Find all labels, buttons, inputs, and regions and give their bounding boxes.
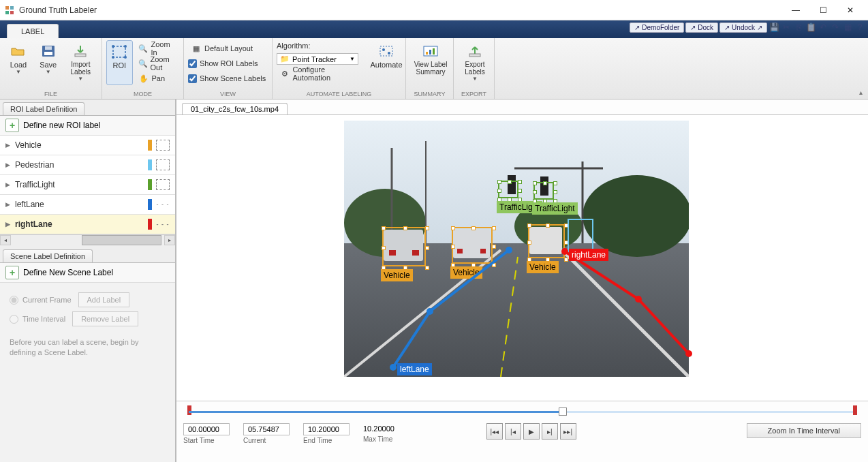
close-button[interactable]: ✕ [837, 1, 864, 20]
zoom-out-button[interactable]: 🔍Zoom Out [136, 57, 179, 70]
label-name: rightLane [15, 219, 144, 229]
time-interval-radio[interactable]: Time Interval [10, 315, 65, 324]
roi-panel-tab[interactable]: ROI Label Definition [3, 102, 84, 115]
scene-panel-tab[interactable]: Scene Label Definition [3, 249, 93, 262]
zoom-interval-button[interactable]: Zoom In Time Interval [747, 423, 861, 438]
label-name: TrafficLight [15, 180, 144, 189]
roi-label-trafficlight[interactable]: ▶TrafficLight [0, 175, 175, 195]
lane-label-text: leftLane [397, 363, 432, 375]
viewport[interactable]: VehicleVehicleVehicleTrafficLightTraffic… [176, 114, 868, 401]
bbox-vehicle[interactable]: Vehicle [382, 227, 426, 266]
ribbon-toolbar: Load▼ Save▼ Import Labels▼ FILE ROI 🔍Zoo… [0, 38, 868, 99]
show-roi-labels-checkbox[interactable]: Show ROI Labels [188, 57, 268, 70]
roi-mode-button[interactable]: ROI [106, 40, 133, 85]
svg-rect-2 [5, 11, 9, 14]
start-time-input[interactable]: 00.00000 [183, 423, 230, 435]
roi-label-list: ▶Vehicle▶Pedestrian▶TrafficLight▶leftLan… [0, 136, 175, 234]
group-label-summary: SUMMARY [406, 91, 453, 97]
go-start-button[interactable]: |◂◂ [486, 423, 503, 440]
lane-rightlane[interactable] [344, 121, 548, 223]
svg-point-11 [112, 56, 114, 59]
roi-label-pedestrian[interactable]: ▶Pedestrian [0, 155, 175, 175]
end-marker[interactable] [853, 405, 857, 415]
expand-icon[interactable]: ▶ [5, 161, 11, 168]
view-summary-button[interactable]: View Label Summary [410, 40, 451, 76]
go-end-button[interactable]: ▸▸| [560, 423, 576, 440]
zoom-in-button[interactable]: 🔍Zoom In [136, 42, 179, 55]
roi-label-vehicle[interactable]: ▶Vehicle [0, 136, 175, 155]
scroll-right-icon[interactable]: ▸ [164, 235, 175, 245]
bbox-vehicle[interactable]: Vehicle [452, 227, 493, 264]
undo-icon[interactable]: ↶ [818, 22, 828, 33]
current-time-input[interactable]: 05.75487 [243, 423, 290, 435]
folder-icon: 📁 [280, 55, 290, 63]
expand-icon[interactable]: ▶ [5, 142, 11, 149]
maximize-button[interactable]: ☐ [809, 1, 837, 20]
add-scene-label-button[interactable]: + [5, 266, 19, 279]
scene-note: Before you can label a scene, begin by d… [0, 332, 175, 364]
play-controls: |◂◂ |◂ ▶ ▸| ▸▸| [486, 423, 576, 440]
file-tab[interactable]: 01_city_c2s_fcw_10s.mp4 [182, 103, 288, 114]
paste-icon[interactable]: 📋 [805, 22, 816, 33]
tab-label[interactable]: LABEL [7, 24, 59, 38]
define-scene-row[interactable]: + Define New Scene Label [0, 263, 175, 283]
demo-folder-button[interactable]: ↗DemoFolder [630, 22, 684, 33]
import-labels-button[interactable]: Import Labels▼ [64, 40, 97, 82]
roi-label-leftlane[interactable]: ▶leftLane- - - [0, 195, 175, 215]
ribbon-collapse-icon[interactable]: ▴ [859, 89, 863, 96]
time-slider[interactable] [183, 404, 861, 419]
play-button[interactable]: ▶ [523, 423, 540, 440]
automate-button[interactable]: Automate [371, 40, 401, 80]
start-marker[interactable] [187, 405, 191, 415]
quick-access: ↗DemoFolder ↗Dock ↗Undock↗ 💾 ✂ ⎘ 📋 ↶ ↷ ▦… [630, 22, 865, 33]
group-label-mode: MODE [102, 91, 183, 97]
define-roi-row[interactable]: + Define new ROI label [0, 116, 175, 136]
copy-icon[interactable]: ⎘ [793, 22, 804, 33]
step-forward-button[interactable]: ▸| [542, 423, 558, 440]
svg-point-44 [685, 350, 692, 357]
layout-icon[interactable]: ▦ [842, 22, 853, 33]
svg-point-14 [382, 48, 385, 51]
export-labels-button[interactable]: Export Labels▼ [458, 40, 492, 82]
timeline: 00.00000Start Time 05.75487Current 10.20… [176, 401, 868, 462]
configure-automation-button[interactable]: ⚙Configure Automation [277, 67, 365, 80]
save-button[interactable]: Save▼ [34, 40, 63, 82]
svg-rect-5 [44, 52, 52, 55]
bbox-vehicle[interactable]: Vehicle [528, 224, 565, 258]
default-layout-button[interactable]: ▦Default Layout [188, 42, 268, 55]
dock-button[interactable]: ↗Dock [685, 22, 718, 33]
cut-icon[interactable]: ✂ [781, 22, 792, 33]
roi-label-rightlane[interactable]: ▶rightLane- - - [0, 215, 175, 234]
show-scene-labels-checkbox[interactable]: Show Scene Labels [188, 72, 268, 85]
svg-point-43 [635, 296, 642, 303]
color-swatch [148, 140, 152, 151]
expand-icon[interactable]: ▶ [5, 221, 11, 228]
color-swatch [148, 199, 152, 210]
color-swatch [148, 179, 152, 190]
redo-icon[interactable]: ↷ [830, 22, 841, 33]
end-time-input[interactable]: 10.20000 [303, 423, 350, 435]
add-scene-button: Add Label [78, 292, 130, 307]
add-roi-label-button[interactable]: + [5, 119, 19, 132]
label-name: Pedestrian [15, 160, 144, 170]
layout-grid-icon: ▦ [191, 43, 202, 54]
expand-icon[interactable]: ▶ [5, 201, 11, 208]
roi-hscroll[interactable]: ◂ ▸ [0, 234, 175, 245]
step-back-button[interactable]: |◂ [505, 423, 521, 440]
help-icon[interactable]: ? [854, 22, 865, 33]
slider-thumb[interactable] [559, 407, 567, 416]
undock-button[interactable]: ↗Undock↗ [719, 22, 767, 33]
remove-scene-button: Remove Label [72, 311, 138, 326]
svg-rect-0 [5, 6, 9, 10]
save-quick-icon[interactable]: 💾 [769, 22, 779, 33]
group-label-view: VIEW [184, 91, 272, 97]
expand-icon[interactable]: ▶ [5, 181, 11, 188]
load-button[interactable]: Load▼ [4, 40, 33, 82]
scroll-left-icon[interactable]: ◂ [0, 235, 11, 245]
label-name: Vehicle [15, 140, 144, 150]
minimize-button[interactable]: — [782, 1, 809, 20]
pan-button[interactable]: ✋Pan [136, 72, 179, 85]
current-frame-radio[interactable]: Current Frame [10, 296, 72, 305]
define-roi-text: Define new ROI label [23, 121, 100, 130]
algorithm-dropdown[interactable]: 📁Point Tracker▼ [277, 53, 358, 65]
